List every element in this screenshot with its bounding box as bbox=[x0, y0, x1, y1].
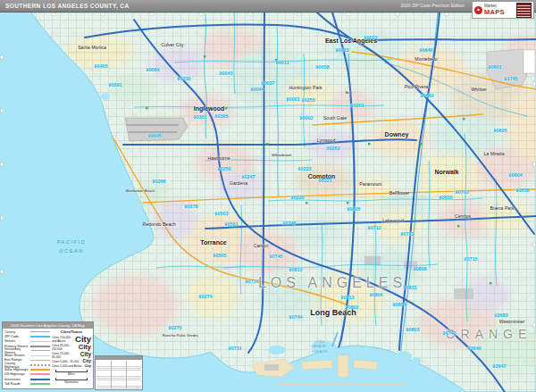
zip-label: 90278 bbox=[184, 204, 197, 209]
legend-road-swatch bbox=[30, 346, 50, 347]
legend-city-size-label: Cities 5,000 - 25,000 bbox=[52, 360, 79, 363]
legend-city-size-label: Cities 250,000 and Above bbox=[52, 336, 75, 343]
legend-road-swatch bbox=[30, 373, 50, 375]
scale-miles-label: Miles bbox=[68, 372, 75, 376]
zip-label: 90220 bbox=[290, 195, 304, 200]
zip-label: 90703 bbox=[455, 189, 468, 195]
legend-road-swatch bbox=[30, 379, 50, 380]
zip-label: 90222 bbox=[297, 166, 311, 171]
zip-label: 90405 bbox=[94, 63, 107, 69]
zip-code-index bbox=[95, 355, 143, 390]
city-label: Norwalk bbox=[434, 169, 458, 175]
city-label: Westminster bbox=[499, 319, 525, 324]
zip-label: 90710 bbox=[245, 279, 258, 284]
zip-label: 90808 bbox=[413, 266, 426, 271]
logo-pin-icon: ✶ bbox=[474, 6, 482, 14]
zip-label: 90745 bbox=[269, 254, 282, 259]
map-legend: 2020 Southern Los Angeles County, CA Map… bbox=[2, 321, 94, 389]
zip-label: 90266 bbox=[152, 179, 165, 184]
zip-code-index-body bbox=[96, 361, 141, 388]
zip-label: 90810 bbox=[289, 267, 302, 272]
legend-city-size-label: Cities 5,000 and Below bbox=[52, 364, 82, 368]
legend-road-swatch bbox=[31, 350, 50, 351]
zip-label: 90247 bbox=[241, 174, 255, 179]
zip-label: 90805 bbox=[347, 206, 360, 212]
legend-city-size-label: Cities 85,000 - 250,000 bbox=[52, 344, 79, 351]
city-label: Santa Monica bbox=[78, 45, 106, 50]
city-label: La Mirada bbox=[483, 151, 504, 156]
legend-city-size-row: Cities 250,000 and AboveCity bbox=[52, 335, 91, 344]
zip-label: 90255 bbox=[301, 97, 314, 103]
county-label: LOS ANGELES bbox=[258, 275, 406, 291]
city-label: Downey bbox=[385, 131, 409, 138]
city-label: Montebello bbox=[415, 56, 437, 62]
zip-label: 90201 bbox=[350, 103, 364, 108]
zip-label: 90605 bbox=[493, 128, 507, 133]
zip-label: 90002 bbox=[299, 115, 313, 121]
zip-label: 90713 bbox=[400, 231, 414, 237]
legend-city-size-label: Cities 25,000 - 85,000 bbox=[52, 352, 80, 359]
city-label: Culver City bbox=[161, 42, 183, 47]
legend-road-label: State Highways bbox=[4, 368, 28, 371]
legend-road-swatch bbox=[30, 331, 50, 332]
legend-city-sizes: Cities 250,000 and AboveCityCities 85,00… bbox=[52, 335, 91, 368]
legend-road-types: CountyZIP CodeStreetsPrimary StreetsSeco… bbox=[3, 329, 52, 388]
legend-road-label: County bbox=[4, 330, 15, 334]
zip-label: 90001 bbox=[286, 96, 299, 102]
zip-label: 92649 bbox=[467, 346, 481, 351]
zip-label: 90250 bbox=[217, 166, 230, 171]
zip-label: 90301 bbox=[193, 114, 206, 120]
legend-city-size-row: Cities 5,000 and BelowCity bbox=[52, 364, 91, 368]
zip-label: 90230 bbox=[177, 76, 190, 81]
legend-road-label: Minor Streets bbox=[4, 354, 25, 357]
zip-label: 90715 bbox=[464, 256, 477, 262]
legend-road-label: Toll Roads bbox=[4, 382, 21, 386]
zip-label: 90291 bbox=[108, 82, 121, 88]
edition-label: 2020 ZIP Code Premium Edition bbox=[400, 0, 465, 12]
city-label: Bellflower bbox=[389, 190, 410, 196]
city-label: Lakewood bbox=[382, 218, 404, 223]
zip-label: 90638 bbox=[515, 188, 529, 193]
zip-label: 90274 bbox=[198, 294, 212, 299]
city-label: Carson bbox=[254, 243, 269, 248]
zip-label: 91745 bbox=[504, 76, 517, 81]
legend-city-size-sample: City bbox=[80, 352, 91, 358]
zip-label: 90262 bbox=[326, 146, 339, 151]
legend-city-size-row: Cities 85,000 - 250,000City bbox=[52, 344, 91, 351]
zip-label: 90501 bbox=[224, 221, 238, 227]
legend-title: 2020 Southern Los Angeles County, CA Map bbox=[3, 322, 93, 329]
city-label: Cerritos bbox=[455, 213, 471, 219]
zip-label: 90804 bbox=[392, 302, 406, 307]
zip-label: 90815 bbox=[403, 285, 416, 290]
legend-road-swatch bbox=[30, 355, 50, 356]
city-label: Manhattan Beach bbox=[126, 188, 155, 193]
city-label: Lynwood bbox=[317, 138, 336, 143]
zip-label: 90043 bbox=[219, 71, 232, 76]
zip-label: 90023 bbox=[335, 47, 348, 53]
legend-road-row: Toll Roads bbox=[4, 381, 50, 386]
city-label: Hawthorne bbox=[207, 155, 230, 161]
city-label: Rancho Palos Verdes bbox=[163, 333, 198, 338]
zip-label: 90058 bbox=[315, 64, 329, 70]
map-title: SOUTHERN LOS ANGELES COUNTY, CA bbox=[5, 0, 130, 12]
zip-label: 90740 bbox=[442, 330, 456, 336]
zip-label: 90604 bbox=[508, 172, 522, 178]
zip-label: 90806 bbox=[369, 292, 382, 297]
logo-badge bbox=[516, 3, 532, 18]
zip-label: 90045 bbox=[147, 133, 161, 138]
city-label: Buena Park bbox=[490, 205, 514, 211]
zip-label: 90044 bbox=[250, 87, 264, 92]
zip-label: 90601 bbox=[488, 64, 501, 70]
zip-label: 90660 bbox=[420, 93, 433, 98]
city-label: Paramount bbox=[359, 181, 381, 187]
zip-label: 90275 bbox=[168, 325, 181, 330]
zip-label: 90505 bbox=[213, 253, 226, 258]
title-bar: SOUTHERN LOS ANGELES COUNTY, CA 2020 ZIP… bbox=[0, 0, 536, 13]
city-label: Pico Rivera bbox=[405, 84, 429, 89]
zip-label: 90221 bbox=[318, 178, 331, 183]
zip-label: 90746 bbox=[282, 221, 296, 226]
city-label: Gardena bbox=[230, 180, 247, 186]
city-label: Redondo Beach bbox=[142, 221, 175, 227]
logo-text-main: MAPS bbox=[484, 9, 505, 16]
publisher-logo: ✶ Market MAPS bbox=[472, 1, 534, 19]
